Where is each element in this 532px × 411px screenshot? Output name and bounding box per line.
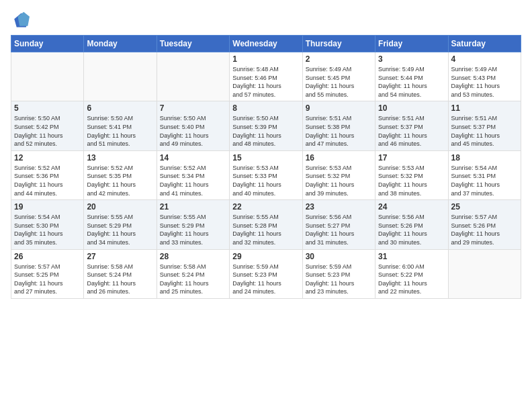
calendar-cell: 13Sunrise: 5:52 AM Sunset: 5:35 PM Dayli…: [84, 150, 157, 199]
day-number: 4: [451, 54, 518, 64]
day-info: Sunrise: 5:59 AM Sunset: 5:23 PM Dayligh…: [306, 263, 372, 296]
day-info: Sunrise: 5:49 AM Sunset: 5:45 PM Dayligh…: [306, 65, 372, 99]
calendar-cell: 8Sunrise: 5:50 AM Sunset: 5:39 PM Daylig…: [230, 101, 302, 150]
calendar-cell: 17Sunrise: 5:53 AM Sunset: 5:32 PM Dayli…: [375, 150, 448, 199]
day-number: 7: [160, 103, 226, 113]
day-of-week-header: Monday: [84, 36, 157, 52]
day-info: Sunrise: 5:52 AM Sunset: 5:36 PM Dayligh…: [14, 164, 81, 197]
logo-icon: [11, 11, 30, 30]
day-of-week-header: Saturday: [448, 36, 521, 52]
day-info: Sunrise: 5:52 AM Sunset: 5:35 PM Dayligh…: [87, 164, 153, 197]
page-header: [11, 11, 521, 30]
day-number: 12: [14, 153, 81, 163]
day-info: Sunrise: 5:49 AM Sunset: 5:43 PM Dayligh…: [451, 65, 518, 99]
day-info: Sunrise: 5:54 AM Sunset: 5:31 PM Dayligh…: [451, 164, 518, 197]
calendar-cell: [448, 249, 521, 298]
day-info: Sunrise: 5:51 AM Sunset: 5:37 PM Dayligh…: [378, 114, 445, 148]
day-number: 20: [87, 202, 153, 212]
day-number: 28: [160, 252, 226, 261]
calendar-week-row: 12Sunrise: 5:52 AM Sunset: 5:36 PM Dayli…: [11, 150, 521, 199]
day-info: Sunrise: 5:50 AM Sunset: 5:39 PM Dayligh…: [232, 114, 299, 148]
calendar-cell: 30Sunrise: 5:59 AM Sunset: 5:23 PM Dayli…: [302, 249, 375, 298]
day-info: Sunrise: 5:58 AM Sunset: 5:24 PM Dayligh…: [160, 263, 226, 296]
calendar-cell: 11Sunrise: 5:51 AM Sunset: 5:37 PM Dayli…: [448, 101, 521, 150]
calendar-cell: 16Sunrise: 5:53 AM Sunset: 5:32 PM Dayli…: [302, 150, 375, 199]
day-info: Sunrise: 5:53 AM Sunset: 5:32 PM Dayligh…: [306, 164, 372, 197]
calendar-cell: 1Sunrise: 5:48 AM Sunset: 5:46 PM Daylig…: [230, 52, 302, 101]
day-info: Sunrise: 5:58 AM Sunset: 5:24 PM Dayligh…: [87, 263, 153, 296]
calendar-cell: 7Sunrise: 5:50 AM Sunset: 5:40 PM Daylig…: [157, 101, 229, 150]
calendar-cell: 14Sunrise: 5:52 AM Sunset: 5:34 PM Dayli…: [157, 150, 229, 199]
day-number: 29: [232, 252, 299, 261]
day-info: Sunrise: 5:48 AM Sunset: 5:46 PM Dayligh…: [232, 65, 299, 99]
calendar-cell: [157, 52, 229, 101]
day-number: 27: [87, 252, 153, 261]
day-number: 1: [232, 54, 299, 64]
day-number: 5: [14, 103, 81, 113]
calendar-cell: 20Sunrise: 5:55 AM Sunset: 5:29 PM Dayli…: [84, 200, 157, 249]
day-info: Sunrise: 5:51 AM Sunset: 5:38 PM Dayligh…: [306, 114, 372, 148]
day-number: 13: [87, 153, 153, 163]
calendar-cell: 4Sunrise: 5:49 AM Sunset: 5:43 PM Daylig…: [448, 52, 521, 101]
day-number: 2: [306, 54, 372, 64]
calendar-cell: 6Sunrise: 5:50 AM Sunset: 5:41 PM Daylig…: [84, 101, 157, 150]
calendar-cell: [84, 52, 157, 101]
day-number: 9: [306, 103, 372, 113]
day-number: 15: [232, 153, 299, 163]
day-info: Sunrise: 5:52 AM Sunset: 5:34 PM Dayligh…: [160, 164, 226, 197]
calendar-week-row: 1Sunrise: 5:48 AM Sunset: 5:46 PM Daylig…: [11, 52, 521, 101]
day-number: 17: [378, 153, 445, 163]
day-info: Sunrise: 5:55 AM Sunset: 5:28 PM Dayligh…: [232, 213, 299, 246]
day-of-week-header: Sunday: [11, 36, 84, 52]
day-number: 22: [232, 202, 299, 212]
day-info: Sunrise: 5:56 AM Sunset: 5:26 PM Dayligh…: [378, 213, 445, 246]
day-info: Sunrise: 5:54 AM Sunset: 5:30 PM Dayligh…: [14, 213, 81, 246]
calendar-table: SundayMondayTuesdayWednesdayThursdayFrid…: [11, 35, 521, 299]
calendar-cell: 22Sunrise: 5:55 AM Sunset: 5:28 PM Dayli…: [230, 200, 302, 249]
calendar-cell: 23Sunrise: 5:56 AM Sunset: 5:27 PM Dayli…: [302, 200, 375, 249]
day-number: 26: [14, 252, 81, 261]
day-number: 31: [378, 252, 445, 261]
day-info: Sunrise: 5:50 AM Sunset: 5:40 PM Dayligh…: [160, 114, 226, 148]
day-info: Sunrise: 5:55 AM Sunset: 5:29 PM Dayligh…: [87, 213, 153, 246]
logo: [11, 11, 32, 30]
day-number: 3: [378, 54, 445, 64]
day-info: Sunrise: 5:53 AM Sunset: 5:33 PM Dayligh…: [232, 164, 299, 197]
day-number: 19: [14, 202, 81, 212]
calendar-cell: 28Sunrise: 5:58 AM Sunset: 5:24 PM Dayli…: [157, 249, 229, 298]
day-info: Sunrise: 6:00 AM Sunset: 5:22 PM Dayligh…: [378, 263, 445, 296]
day-of-week-header: Friday: [375, 36, 448, 52]
day-number: 21: [160, 202, 226, 212]
calendar-cell: 21Sunrise: 5:55 AM Sunset: 5:29 PM Dayli…: [157, 200, 229, 249]
day-number: 25: [451, 202, 518, 212]
day-info: Sunrise: 5:55 AM Sunset: 5:29 PM Dayligh…: [160, 213, 226, 246]
calendar-cell: 15Sunrise: 5:53 AM Sunset: 5:33 PM Dayli…: [230, 150, 302, 199]
day-number: 16: [306, 153, 372, 163]
calendar-cell: 3Sunrise: 5:49 AM Sunset: 5:44 PM Daylig…: [375, 52, 448, 101]
calendar-cell: 25Sunrise: 5:57 AM Sunset: 5:26 PM Dayli…: [448, 200, 521, 249]
day-number: 18: [451, 153, 518, 163]
calendar-cell: 26Sunrise: 5:57 AM Sunset: 5:25 PM Dayli…: [11, 249, 84, 298]
calendar-cell: 24Sunrise: 5:56 AM Sunset: 5:26 PM Dayli…: [375, 200, 448, 249]
day-number: 6: [87, 103, 153, 113]
calendar-cell: [11, 52, 84, 101]
calendar-cell: 18Sunrise: 5:54 AM Sunset: 5:31 PM Dayli…: [448, 150, 521, 199]
day-info: Sunrise: 5:49 AM Sunset: 5:44 PM Dayligh…: [378, 65, 445, 99]
calendar-cell: 29Sunrise: 5:59 AM Sunset: 5:23 PM Dayli…: [230, 249, 302, 298]
day-info: Sunrise: 5:59 AM Sunset: 5:23 PM Dayligh…: [232, 263, 299, 296]
calendar-header-row: SundayMondayTuesdayWednesdayThursdayFrid…: [11, 36, 521, 52]
day-number: 24: [378, 202, 445, 212]
calendar-week-row: 26Sunrise: 5:57 AM Sunset: 5:25 PM Dayli…: [11, 249, 521, 298]
day-of-week-header: Wednesday: [230, 36, 302, 52]
day-info: Sunrise: 5:53 AM Sunset: 5:32 PM Dayligh…: [378, 164, 445, 197]
day-of-week-header: Tuesday: [157, 36, 229, 52]
day-number: 23: [306, 202, 372, 212]
calendar-cell: 5Sunrise: 5:50 AM Sunset: 5:42 PM Daylig…: [11, 101, 84, 150]
day-info: Sunrise: 5:57 AM Sunset: 5:25 PM Dayligh…: [14, 263, 81, 296]
day-number: 11: [451, 103, 518, 113]
day-number: 14: [160, 153, 226, 163]
calendar-cell: 12Sunrise: 5:52 AM Sunset: 5:36 PM Dayli…: [11, 150, 84, 199]
day-of-week-header: Thursday: [302, 36, 375, 52]
calendar-week-row: 5Sunrise: 5:50 AM Sunset: 5:42 PM Daylig…: [11, 101, 521, 150]
calendar-cell: 2Sunrise: 5:49 AM Sunset: 5:45 PM Daylig…: [302, 52, 375, 101]
